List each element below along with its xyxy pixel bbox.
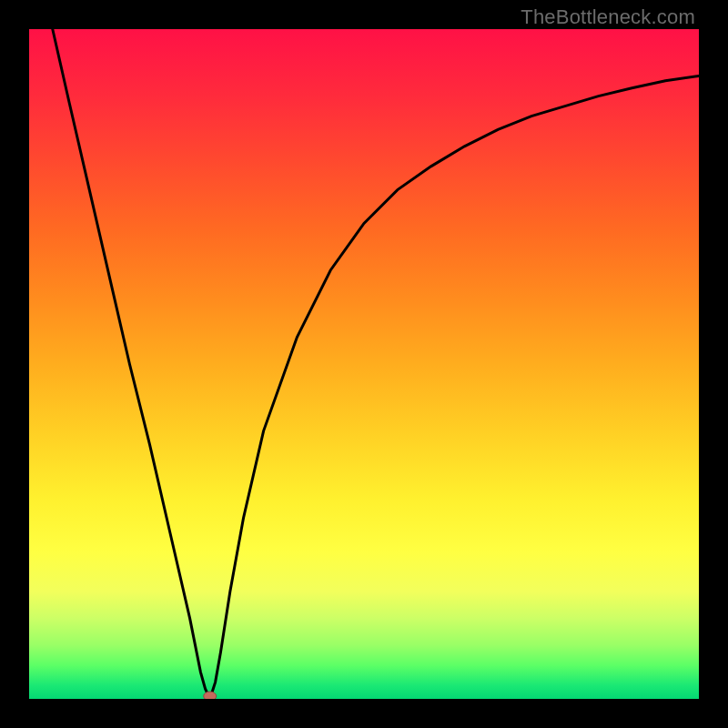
minimum-marker — [204, 692, 217, 699]
plot-svg — [29, 29, 699, 699]
chart-frame: TheBottleneck.com — [0, 0, 728, 728]
plot-area — [29, 29, 699, 699]
watermark-text: TheBottleneck.com — [521, 5, 695, 29]
